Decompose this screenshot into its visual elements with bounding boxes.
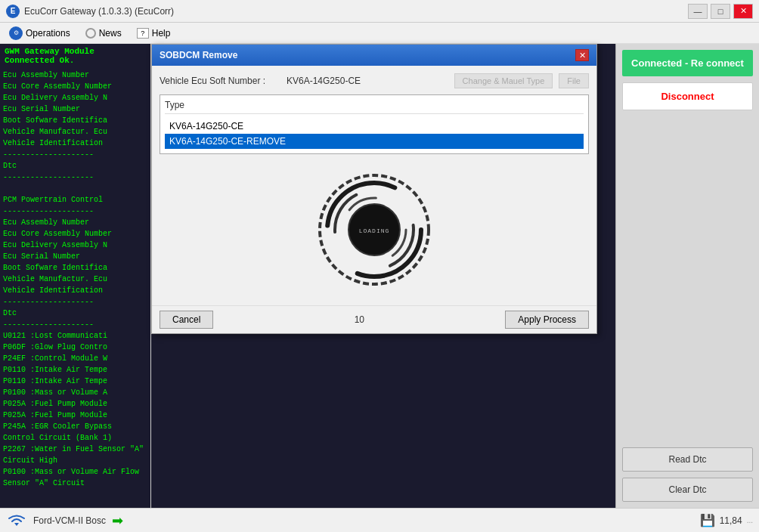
type-list-item-1[interactable]: KV6A-14G250-CE-REMOVE bbox=[165, 134, 584, 149]
cancel-button[interactable]: Cancel bbox=[160, 311, 213, 329]
svg-text:LOADING: LOADING bbox=[359, 227, 390, 234]
status-right: 💾 11,84 ... bbox=[700, 513, 753, 527]
vehicle-ecu-value: KV6A-14G250-CE bbox=[287, 76, 448, 86]
dialog-body: Vehicle Ecu Soft Number : KV6A-14G250-CE… bbox=[152, 66, 596, 305]
read-dtc-button[interactable]: Read Dtc bbox=[622, 447, 753, 472]
status-dots: ... bbox=[747, 516, 753, 524]
help-label: Help bbox=[152, 28, 171, 39]
minimize-button[interactable]: — bbox=[688, 4, 708, 19]
vehicle-ecu-row: Vehicle Ecu Soft Number : KV6A-14G250-CE… bbox=[160, 73, 589, 88]
help-icon: ? bbox=[137, 28, 149, 39]
status-app-name: Ford-VCM-II Bosc bbox=[33, 515, 106, 526]
news-icon bbox=[85, 28, 96, 39]
menu-operations[interactable]: ⚙ Operations bbox=[3, 24, 76, 42]
apply-process-button[interactable]: Apply Process bbox=[505, 311, 589, 329]
title-bar-left: E EcuCorr Gateway (1.0.3.3) (EcuCorr) bbox=[6, 5, 174, 18]
center-panel: SOBDCM Remove ✕ Vehicle Ecu Soft Number … bbox=[151, 44, 615, 508]
loading-area: LOADING #spinner-anim-1 { animation: spi… bbox=[160, 162, 589, 298]
loading-spinner: LOADING #spinner-anim-1 { animation: spi… bbox=[314, 169, 435, 290]
connected-reconnect-button[interactable]: Connected - Re connect bbox=[622, 50, 753, 76]
menu-bar: ⚙ Operations News ? Help bbox=[0, 23, 759, 44]
dialog-overlay: SOBDCM Remove ✕ Vehicle Ecu Soft Number … bbox=[151, 44, 615, 508]
dialog-bottom: Cancel 10 Apply Process bbox=[152, 305, 596, 333]
vehicle-ecu-label: Vehicle Ecu Soft Number : bbox=[160, 76, 280, 86]
sobdcm-dialog: SOBDCM Remove ✕ Vehicle Ecu Soft Number … bbox=[151, 44, 597, 334]
left-panel-header: GWM Gateway Module Connectted Ok. bbox=[0, 44, 150, 68]
title-bar: E EcuCorr Gateway (1.0.3.3) (EcuCorr) — … bbox=[0, 0, 759, 23]
menu-help[interactable]: ? Help bbox=[131, 26, 177, 41]
dialog-title-bar: SOBDCM Remove ✕ bbox=[152, 45, 596, 66]
type-list-container: Type KV6A-14G250-CE KV6A-14G250-CE-REMOV… bbox=[160, 94, 589, 154]
clear-dtc-button[interactable]: Clear Dtc bbox=[622, 478, 753, 502]
app-icon: E bbox=[6, 5, 20, 18]
close-button[interactable]: ✕ bbox=[733, 4, 753, 19]
status-value: 11,84 bbox=[720, 515, 742, 526]
right-spacer bbox=[622, 116, 753, 441]
left-panel: GWM Gateway Module Connectted Ok. Ecu As… bbox=[0, 44, 151, 508]
operations-icon: ⚙ bbox=[9, 26, 23, 40]
main-layout: GWM Gateway Module Connectted Ok. Ecu As… bbox=[0, 44, 759, 508]
menu-news[interactable]: News bbox=[79, 26, 128, 41]
app-title: EcuCorr Gateway (1.0.3.3) (EcuCorr) bbox=[24, 6, 174, 17]
left-panel-content: Ecu Assembly Number Ecu Core Assembly Nu… bbox=[3, 70, 147, 489]
change-mauel-button[interactable]: Change & Mauel Type bbox=[454, 73, 553, 88]
spinner-svg: LOADING bbox=[314, 169, 435, 290]
left-panel-scroll[interactable]: Ecu Assembly Number Ecu Core Assembly Nu… bbox=[0, 68, 150, 508]
status-arrow-icon: ➡ bbox=[112, 512, 123, 529]
hdd-icon: 💾 bbox=[700, 513, 715, 527]
type-list-item-0[interactable]: KV6A-14G250-CE bbox=[165, 119, 584, 134]
right-panel: Connected - Re connect Disconnect Read D… bbox=[615, 44, 759, 508]
file-button[interactable]: File bbox=[559, 73, 589, 88]
operations-label: Operations bbox=[26, 28, 70, 39]
wifi-icon bbox=[6, 512, 27, 530]
disconnect-button[interactable]: Disconnect bbox=[622, 82, 753, 110]
dialog-close-button[interactable]: ✕ bbox=[575, 49, 589, 61]
news-label: News bbox=[99, 28, 122, 39]
progress-number: 10 bbox=[355, 314, 364, 325]
dialog-title: SOBDCM Remove bbox=[160, 50, 237, 60]
restore-button[interactable]: □ bbox=[711, 4, 730, 19]
status-bar: Ford-VCM-II Bosc ➡ 💾 11,84 ... bbox=[0, 508, 759, 532]
title-bar-controls[interactable]: — □ ✕ bbox=[688, 4, 753, 19]
type-list-header: Type bbox=[165, 100, 584, 114]
